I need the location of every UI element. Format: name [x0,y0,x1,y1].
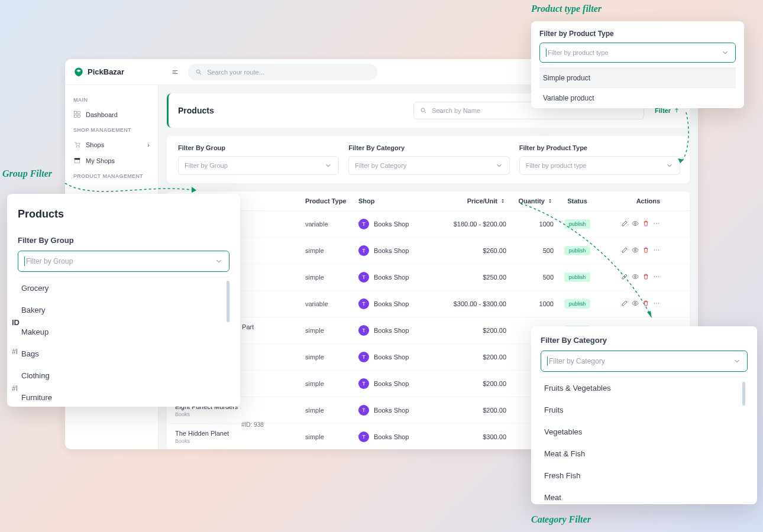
filters-panel: Filter By Group Filter by Group Filter B… [167,136,690,183]
more-icon[interactable] [653,300,660,308]
eye-icon[interactable] [632,300,639,308]
filter-option[interactable]: Simple product [539,68,736,88]
eye-icon[interactable] [632,220,639,228]
filter-option[interactable]: Grocery [18,277,229,299]
trash-icon[interactable] [642,220,649,228]
svg-point-12 [656,223,657,224]
filter-option[interactable]: Fruits & Vegetables [541,377,748,399]
shop-avatar: T [358,378,369,389]
trash-icon[interactable] [642,246,649,255]
product-type-cell: simple [305,327,358,334]
sidebar-section-main: MAIN [65,92,158,106]
product-type-cell: simple [305,433,358,440]
eye-icon[interactable] [632,273,639,281]
filter-category-label: Filter By Category [348,144,509,151]
svg-rect-2 [75,112,77,114]
shop-avatar: T [358,245,369,256]
annotation-type: Product type filter [531,4,602,14]
annotation-category: Category Filter [531,514,591,525]
trash-icon[interactable] [642,300,649,308]
svg-point-18 [635,276,636,278]
shop-avatar: T [358,219,369,229]
svg-rect-4 [75,115,77,118]
shop-cell: TBooks Shop [358,352,435,362]
qty-cell: 500 [506,247,554,254]
th-actions: Actions [601,197,660,205]
filter-option[interactable]: Meat & Fish [541,443,748,465]
sort-icon [499,197,506,205]
actions-cell [601,273,660,281]
annotation-group: Group Filter [2,168,52,179]
edit-icon[interactable] [621,246,628,255]
actions-cell [601,220,660,228]
th-quantity[interactable]: Quantity [506,197,554,205]
chevron-right-icon: › [147,141,150,148]
table-row[interactable]: The Boneyard ManBooks variable TBooks Sh… [167,291,690,317]
edit-icon[interactable] [621,273,628,281]
status-cell: publish [554,299,601,309]
shop-avatar: T [358,325,369,336]
table-row[interactable]: Forest KillerBooks simple TBooks Shop $2… [167,238,690,264]
more-icon[interactable] [653,220,660,228]
sidebar-item-shops[interactable]: Shops › [65,137,158,153]
filter-group-select[interactable]: Filter by Group [178,156,339,175]
price-cell: $300.00 - $300.00 [435,300,506,307]
edit-icon[interactable] [621,220,628,228]
filter-option[interactable]: Bags [18,343,229,365]
sidebar-item-myshops[interactable]: My Shops [65,153,158,168]
filter-option[interactable]: Furniture [18,387,229,407]
svg-rect-3 [78,112,80,114]
edit-icon[interactable] [621,300,628,308]
filter-option[interactable]: Meat [541,486,748,504]
type-filter-select[interactable]: Filter by product type [539,43,736,63]
shop-cell: TBooks Shop [358,272,435,283]
brand-name: PickBazar [88,67,124,76]
svg-point-23 [654,303,655,304]
th-price[interactable]: Price/Unit [435,197,506,205]
category-filter-select[interactable]: Filter by Category [541,351,748,372]
table-row[interactable]: Blood DrinkerBooks variable TBooks Shop … [167,211,690,238]
group-filter-select[interactable]: Filter by Group [18,251,229,272]
chevron-down-icon [495,161,503,170]
more-icon[interactable] [653,273,660,281]
filter-option[interactable]: Vegetables [541,421,748,443]
filter-option[interactable]: Clothing [18,365,229,387]
filter-option[interactable]: Fresh Fish [541,465,748,486]
overlay-title: Products [18,208,229,220]
filter-option[interactable]: Bakery [18,299,229,321]
svg-point-25 [658,303,659,304]
th-shop[interactable]: Shop [358,197,435,205]
scrollbar[interactable] [742,382,745,406]
trash-icon[interactable] [642,273,649,281]
th-status[interactable]: Status [554,197,601,205]
sidebar-item-dashboard[interactable]: Dashboard [65,106,158,122]
group-filter-label: Filter By Group [18,236,229,245]
grid-icon [73,111,81,118]
scrollbar[interactable] [227,281,229,322]
id-row-fragment: #I [12,348,18,356]
price-cell: $200.00 [435,353,506,361]
th-product-type[interactable]: Product Type [305,197,358,205]
eye-icon[interactable] [632,246,639,255]
svg-rect-5 [78,115,80,118]
shop-avatar: T [358,272,369,283]
filter-option[interactable]: Variable product [539,88,736,108]
store-icon [73,157,81,164]
brand-logo[interactable]: PickBazar [73,67,124,77]
route-search[interactable]: Search your route... [188,64,377,80]
filter-option[interactable]: Makeup [18,321,229,343]
shop-cell: TBooks Shop [358,378,435,389]
type-filter-overlay: Filter by Product Type Filter by product… [531,21,744,108]
cursor-icon [546,48,547,57]
svg-point-17 [658,249,659,251]
category-filter-overlay: Filter By Category Filter by Category Fr… [531,326,757,504]
svg-point-19 [654,276,655,277]
filter-type-select[interactable]: Filter by product type [519,156,680,175]
filter-category-select[interactable]: Filter by Category [348,156,509,175]
shop-cell: TBooks Shop [358,219,435,229]
menu-toggle-icon[interactable] [172,69,179,76]
more-icon[interactable] [653,246,660,255]
filter-option[interactable]: Fruits [541,399,748,421]
table-row[interactable]: Fleash EaterBooks simple TBooks Shop $25… [167,264,690,291]
status-badge: publish [564,246,591,255]
